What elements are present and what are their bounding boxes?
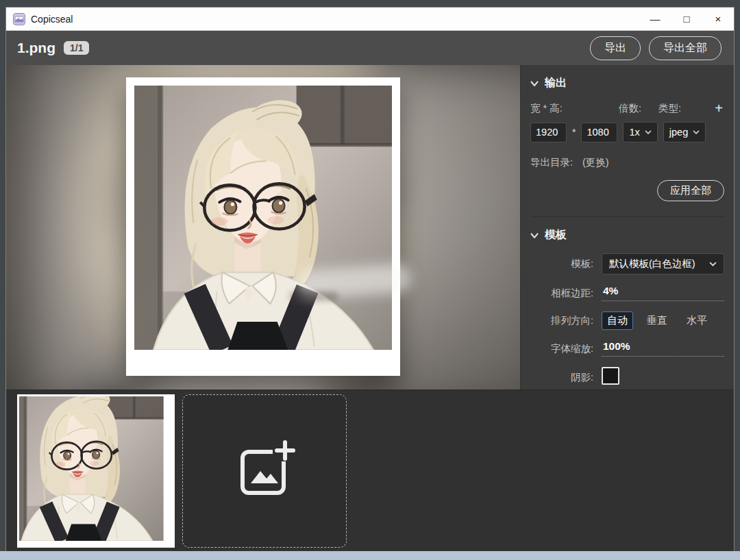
thumbnail-selected[interactable] bbox=[17, 394, 175, 548]
shadow-color-swatch[interactable] bbox=[602, 367, 619, 385]
preview-canvas[interactable] bbox=[6, 65, 520, 390]
top-toolbar: 1.png 1/1 导出 导出全部 bbox=[6, 31, 734, 65]
minimize-button[interactable]: — bbox=[639, 8, 671, 30]
dimension-label: 宽 * 高: bbox=[530, 102, 619, 115]
app-logo-icon bbox=[13, 13, 25, 25]
add-image-button[interactable] bbox=[182, 394, 347, 548]
output-section: 输出 宽 * 高: 倍数: 类型: + * 1x bbox=[530, 65, 724, 216]
close-button[interactable]: × bbox=[702, 8, 734, 30]
chevron-down-icon bbox=[645, 130, 652, 134]
shadow-label: 阴影: bbox=[530, 371, 593, 384]
chevron-down-icon bbox=[693, 130, 700, 134]
template-section-title: 模板 bbox=[545, 228, 567, 242]
export-button[interactable]: 导出 bbox=[590, 36, 641, 60]
photo-preview bbox=[134, 86, 392, 350]
app-window: Copicseal — □ × 1.png 1/1 导出 导出全部 bbox=[5, 7, 735, 552]
multiplier-label: 倍数: bbox=[619, 102, 658, 115]
add-image-icon bbox=[232, 438, 297, 504]
template-section: 模板 模板: 默认模板(白色边框) 相框边距: 4% 排列方向: 自动 bbox=[530, 216, 724, 390]
direction-option-auto[interactable]: 自动 bbox=[602, 311, 633, 330]
direction-option-vertical[interactable]: 垂直 bbox=[641, 311, 673, 330]
chevron-down-icon[interactable] bbox=[530, 233, 539, 238]
apply-all-button[interactable]: 应用全部 bbox=[657, 180, 724, 201]
maximize-button[interactable]: □ bbox=[671, 8, 702, 30]
title-bar: Copicseal — □ × bbox=[6, 8, 734, 31]
template-label: 模板: bbox=[530, 257, 593, 270]
direction-option-horizontal[interactable]: 水平 bbox=[681, 311, 713, 330]
settings-sidebar: 输出 宽 * 高: 倍数: 类型: + * 1x bbox=[520, 65, 734, 390]
current-filename: 1.png bbox=[17, 40, 56, 56]
filetype-select[interactable]: jpeg bbox=[663, 122, 706, 142]
chevron-down-icon[interactable] bbox=[530, 81, 539, 86]
change-dir-link[interactable]: (更换) bbox=[582, 156, 609, 169]
type-label: 类型: bbox=[658, 102, 715, 115]
height-input[interactable] bbox=[581, 123, 617, 142]
multiplier-select[interactable]: 1x bbox=[623, 122, 657, 142]
framed-photo[interactable] bbox=[126, 77, 400, 376]
direction-label: 排列方向: bbox=[530, 314, 593, 327]
frame-margin-value[interactable]: 4% bbox=[602, 285, 724, 301]
thumbnail-image bbox=[19, 396, 173, 546]
window-title: Copicseal bbox=[31, 14, 73, 25]
dimension-separator: * bbox=[572, 127, 576, 138]
thumbnail-strip bbox=[6, 390, 734, 551]
template-select[interactable]: 默认模板(白色边框) bbox=[602, 253, 724, 275]
export-all-button[interactable]: 导出全部 bbox=[649, 36, 722, 60]
chevron-down-icon bbox=[709, 262, 717, 266]
export-dir-label: 导出目录: bbox=[530, 156, 573, 169]
watermark-smudge-text bbox=[289, 292, 338, 301]
output-section-title: 输出 bbox=[545, 76, 567, 90]
frame-margin-label: 相框边距: bbox=[530, 287, 593, 300]
font-scale-value[interactable]: 100% bbox=[602, 340, 724, 357]
window-controls: — □ × bbox=[639, 8, 734, 30]
add-output-icon[interactable]: + bbox=[715, 101, 724, 115]
desktop-edge bbox=[0, 551, 740, 560]
font-scale-label: 字体缩放: bbox=[530, 342, 593, 355]
width-input[interactable] bbox=[530, 123, 567, 142]
image-counter-badge: 1/1 bbox=[64, 41, 89, 55]
